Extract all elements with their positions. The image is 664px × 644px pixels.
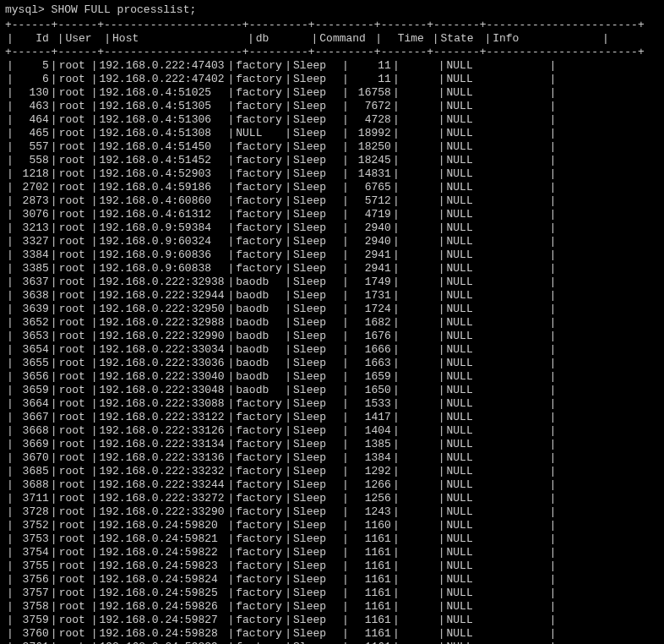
cell-user: root bbox=[59, 330, 90, 343]
cell-user: root bbox=[59, 451, 90, 465]
cell-id: 2873 bbox=[15, 194, 49, 208]
cell-db: factory bbox=[236, 546, 283, 559]
cell-host: 192.168.0.222:33040 bbox=[99, 370, 226, 384]
cell-time: 1161 bbox=[351, 587, 391, 600]
cell-user: root bbox=[59, 113, 90, 127]
table-row: |3384|root|192.168.0.9:60836|factory|Sle… bbox=[5, 248, 659, 262]
cell-time: 1161 bbox=[351, 627, 391, 641]
cell-host: 192.168.0.4:51306 bbox=[99, 113, 226, 127]
cell-info: NULL bbox=[447, 73, 548, 86]
cell-db: factory bbox=[236, 194, 283, 208]
cell-time: 2940 bbox=[351, 235, 391, 248]
cell-command: Sleep bbox=[293, 221, 340, 235]
cell-host: 192.168.0.222:32950 bbox=[99, 303, 226, 316]
cell-user: root bbox=[59, 357, 90, 370]
cell-db: factory bbox=[236, 465, 283, 478]
cell-time: 1161 bbox=[351, 559, 391, 573]
cell-time: 1724 bbox=[351, 303, 391, 316]
separator-mid: +------+------+---------------------+---… bbox=[5, 46, 659, 59]
cell-id: 3685 bbox=[15, 465, 49, 478]
cell-host: 192.168.0.9:60324 bbox=[99, 235, 226, 248]
cell-id: 3327 bbox=[15, 235, 49, 248]
cell-host: 192.168.0.222:33290 bbox=[99, 505, 226, 519]
cell-host: 192.168.0.4:51452 bbox=[99, 154, 226, 167]
cell-id: 3654 bbox=[15, 343, 49, 357]
cell-command: Sleep bbox=[293, 100, 340, 113]
cell-user: root bbox=[59, 505, 90, 519]
table-row: |557|root|192.168.0.4:51450|factory|Slee… bbox=[5, 140, 659, 154]
cell-db: baodb bbox=[236, 276, 283, 289]
cell-id: 3384 bbox=[15, 248, 49, 262]
cell-db: factory bbox=[236, 424, 283, 438]
cell-user: root bbox=[59, 397, 90, 411]
cell-host: 192.168.0.222:33088 bbox=[99, 397, 226, 411]
table-row: |1218|root|192.168.0.4:52903|factory|Sle… bbox=[5, 167, 659, 181]
header-time: Time bbox=[384, 32, 424, 46]
header-info: Info bbox=[493, 32, 594, 46]
cell-user: root bbox=[59, 316, 90, 330]
cell-host: 192.168.0.222:33232 bbox=[99, 465, 226, 478]
cell-id: 3756 bbox=[15, 573, 49, 587]
cell-db: baodb bbox=[236, 289, 283, 303]
cell-command: Sleep bbox=[293, 600, 340, 614]
cell-info: NULL bbox=[447, 641, 548, 644]
cell-info: NULL bbox=[447, 59, 548, 73]
cell-host: 192.168.0.24:59824 bbox=[99, 573, 226, 587]
cell-host: 192.168.0.24:59829 bbox=[99, 641, 226, 644]
cell-command: Sleep bbox=[293, 316, 340, 330]
cell-command: Sleep bbox=[293, 127, 340, 140]
cell-command: Sleep bbox=[293, 167, 340, 181]
cell-command: Sleep bbox=[293, 627, 340, 641]
cell-time: 18992 bbox=[351, 127, 391, 140]
cell-command: Sleep bbox=[293, 641, 340, 644]
cell-user: root bbox=[59, 73, 90, 86]
cell-user: root bbox=[59, 614, 90, 627]
cell-host: 192.168.0.9:59384 bbox=[99, 221, 226, 235]
table-row: |3637|root|192.168.0.222:32938|baodb|Sle… bbox=[5, 276, 659, 289]
cell-id: 3653 bbox=[15, 330, 49, 343]
cell-info: NULL bbox=[447, 384, 548, 397]
cell-command: Sleep bbox=[293, 181, 340, 194]
cell-info: NULL bbox=[447, 276, 548, 289]
table-row: |3759|root|192.168.0.24:59827|factory|Sl… bbox=[5, 614, 659, 627]
cell-id: 3757 bbox=[15, 587, 49, 600]
cell-db: factory bbox=[236, 478, 283, 492]
cell-command: Sleep bbox=[293, 262, 340, 276]
table-row: |465|root|192.168.0.4:51308|NULL|Sleep|1… bbox=[5, 127, 659, 140]
table-row: |3385|root|192.168.0.9:60838|factory|Sle… bbox=[5, 262, 659, 276]
cell-info: NULL bbox=[447, 262, 548, 276]
cell-host: 192.168.0.4:51025 bbox=[99, 86, 226, 100]
table-row: |3639|root|192.168.0.222:32950|baodb|Sle… bbox=[5, 303, 659, 316]
cell-host: 192.168.0.4:61312 bbox=[99, 208, 226, 221]
cell-info: NULL bbox=[447, 614, 548, 627]
cell-db: factory bbox=[236, 154, 283, 167]
cell-id: 3755 bbox=[15, 559, 49, 573]
cell-time: 14831 bbox=[351, 167, 391, 181]
cell-id: 5 bbox=[15, 59, 49, 73]
cell-host: 192.168.0.222:33036 bbox=[99, 357, 226, 370]
cell-id: 465 bbox=[15, 127, 49, 140]
cell-id: 3753 bbox=[15, 532, 49, 546]
cell-db: baodb bbox=[236, 384, 283, 397]
cell-db: NULL bbox=[236, 127, 283, 140]
cell-id: 3667 bbox=[15, 411, 49, 424]
cell-db: baodb bbox=[236, 370, 283, 384]
cell-user: root bbox=[59, 627, 90, 641]
cell-info: NULL bbox=[447, 86, 548, 100]
table-row: |3752|root|192.168.0.24:59820|factory|Sl… bbox=[5, 519, 659, 532]
cell-time: 18245 bbox=[351, 154, 391, 167]
cell-db: factory bbox=[236, 505, 283, 519]
cell-time: 1417 bbox=[351, 411, 391, 424]
cell-info: NULL bbox=[447, 438, 548, 451]
table-row: |3755|root|192.168.0.24:59823|factory|Sl… bbox=[5, 559, 659, 573]
cell-time: 1161 bbox=[351, 532, 391, 546]
cell-user: root bbox=[59, 641, 90, 644]
cell-db: factory bbox=[236, 573, 283, 587]
table-row: |3656|root|192.168.0.222:33040|baodb|Sle… bbox=[5, 370, 659, 384]
cell-user: root bbox=[59, 438, 90, 451]
table-row: |3668|root|192.168.0.222:33126|factory|S… bbox=[5, 424, 659, 438]
separator-top: +------+------+---------------------+---… bbox=[5, 19, 659, 32]
table-row: |2873|root|192.168.0.4:60860|factory|Sle… bbox=[5, 194, 659, 208]
cell-host: 192.168.0.24:59820 bbox=[99, 519, 226, 532]
cell-host: 192.168.0.222:33126 bbox=[99, 424, 226, 438]
